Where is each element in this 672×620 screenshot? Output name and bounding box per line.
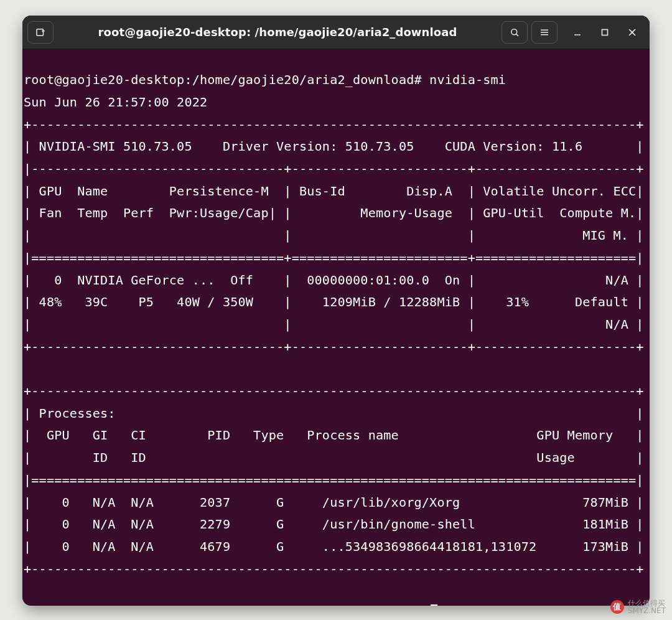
search-button[interactable]: [502, 21, 528, 44]
titlebar: root@gaojie20-desktop: /home/gaojie20/ar…: [22, 16, 650, 49]
maximize-icon: [601, 29, 609, 36]
close-icon: [628, 28, 637, 37]
hamburger-menu-button[interactable]: [531, 21, 558, 44]
watermark-site: SMYZ.NET: [628, 607, 666, 615]
new-tab-icon: [35, 27, 46, 38]
window-controls: [565, 21, 645, 44]
svg-line-4: [516, 34, 518, 35]
terminal-output[interactable]: root@gaojie20-desktop:/home/gaojie20/ari…: [22, 62, 650, 593]
cursor: [431, 604, 437, 606]
svg-rect-0: [37, 29, 44, 35]
search-icon: [509, 27, 520, 38]
minimize-icon: [573, 28, 582, 37]
svg-point-3: [511, 29, 517, 34]
close-button[interactable]: [620, 21, 645, 44]
svg-rect-9: [602, 29, 608, 35]
maximize-button[interactable]: [592, 21, 617, 44]
hamburger-icon: [539, 27, 550, 38]
minimize-button[interactable]: [565, 21, 590, 44]
window-title: root@gaojie20-desktop: /home/gaojie20/ar…: [57, 26, 498, 39]
terminal-window: root@gaojie20-desktop: /home/gaojie20/ar…: [22, 16, 650, 606]
new-tab-button[interactable]: [27, 21, 54, 44]
